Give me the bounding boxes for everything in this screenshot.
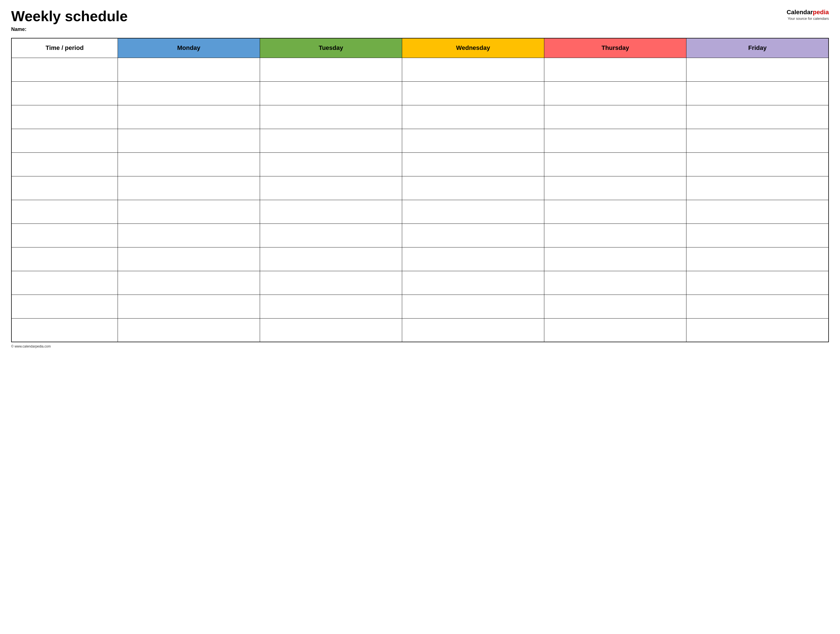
- schedule-cell[interactable]: [402, 271, 544, 295]
- schedule-cell[interactable]: [402, 295, 544, 318]
- schedule-cell[interactable]: [118, 224, 260, 247]
- page-header: Weekly schedule Name: Calendarpedia Your…: [11, 8, 829, 32]
- col-header-wednesday: Wednesday: [402, 38, 544, 58]
- logo-part2: pedia: [813, 9, 829, 16]
- logo-area: Calendarpedia Your source for calendars: [786, 8, 829, 21]
- schedule-cell[interactable]: [544, 224, 687, 247]
- time-cell[interactable]: [11, 105, 118, 129]
- schedule-cell[interactable]: [118, 200, 260, 224]
- table-row: [11, 129, 829, 153]
- title-area: Weekly schedule Name:: [11, 8, 128, 32]
- header-row: Time / period Monday Tuesday Wednesday T…: [11, 38, 829, 58]
- schedule-cell[interactable]: [118, 81, 260, 105]
- schedule-cell[interactable]: [687, 318, 829, 342]
- schedule-cell[interactable]: [260, 58, 402, 81]
- schedule-cell[interactable]: [402, 58, 544, 81]
- table-row: [11, 318, 829, 342]
- schedule-cell[interactable]: [544, 153, 687, 176]
- col-header-tuesday: Tuesday: [260, 38, 402, 58]
- time-cell[interactable]: [11, 295, 118, 318]
- schedule-cell[interactable]: [118, 153, 260, 176]
- time-cell[interactable]: [11, 129, 118, 153]
- schedule-cell[interactable]: [260, 271, 402, 295]
- time-cell[interactable]: [11, 153, 118, 176]
- schedule-cell[interactable]: [544, 295, 687, 318]
- schedule-cell[interactable]: [118, 247, 260, 271]
- time-cell[interactable]: [11, 318, 118, 342]
- schedule-cell[interactable]: [260, 105, 402, 129]
- schedule-cell[interactable]: [544, 271, 687, 295]
- schedule-cell[interactable]: [544, 58, 687, 81]
- schedule-cell[interactable]: [260, 318, 402, 342]
- table-row: [11, 295, 829, 318]
- schedule-cell[interactable]: [118, 295, 260, 318]
- schedule-cell[interactable]: [260, 153, 402, 176]
- schedule-cell[interactable]: [687, 129, 829, 153]
- table-row: [11, 247, 829, 271]
- time-cell[interactable]: [11, 176, 118, 200]
- schedule-cell[interactable]: [118, 318, 260, 342]
- schedule-cell[interactable]: [118, 129, 260, 153]
- schedule-cell[interactable]: [402, 224, 544, 247]
- table-row: [11, 176, 829, 200]
- schedule-cell[interactable]: [260, 224, 402, 247]
- table-row: [11, 224, 829, 247]
- schedule-cell[interactable]: [402, 153, 544, 176]
- schedule-cell[interactable]: [687, 295, 829, 318]
- schedule-cell[interactable]: [544, 129, 687, 153]
- schedule-cell[interactable]: [402, 105, 544, 129]
- schedule-cell[interactable]: [687, 81, 829, 105]
- schedule-cell[interactable]: [260, 176, 402, 200]
- schedule-cell[interactable]: [402, 200, 544, 224]
- schedule-cell[interactable]: [260, 81, 402, 105]
- logo-part1: Calendar: [786, 9, 813, 16]
- schedule-cell[interactable]: [260, 295, 402, 318]
- col-header-time: Time / period: [11, 38, 118, 58]
- schedule-cell[interactable]: [544, 200, 687, 224]
- col-header-friday: Friday: [687, 38, 829, 58]
- schedule-cell[interactable]: [687, 176, 829, 200]
- time-cell[interactable]: [11, 58, 118, 81]
- table-row: [11, 58, 829, 81]
- footer-url: © www.calendarpedia.com: [11, 344, 829, 349]
- logo-tagline: Your source for calendars: [786, 16, 829, 21]
- time-cell[interactable]: [11, 224, 118, 247]
- name-label: Name:: [11, 27, 128, 32]
- schedule-cell[interactable]: [118, 176, 260, 200]
- schedule-cell[interactable]: [402, 247, 544, 271]
- schedule-cell[interactable]: [544, 105, 687, 129]
- schedule-cell[interactable]: [687, 105, 829, 129]
- table-row: [11, 271, 829, 295]
- schedule-cell[interactable]: [402, 176, 544, 200]
- schedule-cell[interactable]: [544, 247, 687, 271]
- time-cell[interactable]: [11, 200, 118, 224]
- schedule-table: Time / period Monday Tuesday Wednesday T…: [11, 38, 829, 342]
- schedule-cell[interactable]: [118, 58, 260, 81]
- schedule-cell[interactable]: [544, 176, 687, 200]
- schedule-cell[interactable]: [260, 200, 402, 224]
- time-cell[interactable]: [11, 271, 118, 295]
- schedule-cell[interactable]: [687, 247, 829, 271]
- schedule-cell[interactable]: [402, 129, 544, 153]
- schedule-cell[interactable]: [687, 153, 829, 176]
- table-row: [11, 105, 829, 129]
- schedule-cell[interactable]: [260, 129, 402, 153]
- schedule-cell[interactable]: [544, 81, 687, 105]
- schedule-cell[interactable]: [544, 318, 687, 342]
- time-cell[interactable]: [11, 81, 118, 105]
- schedule-cell[interactable]: [687, 200, 829, 224]
- schedule-cell[interactable]: [687, 224, 829, 247]
- schedule-cell[interactable]: [687, 58, 829, 81]
- schedule-cell[interactable]: [402, 318, 544, 342]
- schedule-cell[interactable]: [118, 271, 260, 295]
- table-row: [11, 200, 829, 224]
- col-header-monday: Monday: [118, 38, 260, 58]
- col-header-thursday: Thursday: [544, 38, 687, 58]
- time-cell[interactable]: [11, 247, 118, 271]
- table-row: [11, 153, 829, 176]
- schedule-cell[interactable]: [687, 271, 829, 295]
- schedule-cell[interactable]: [118, 105, 260, 129]
- logo-text: Calendarpedia: [786, 8, 829, 16]
- schedule-cell[interactable]: [260, 247, 402, 271]
- schedule-cell[interactable]: [402, 81, 544, 105]
